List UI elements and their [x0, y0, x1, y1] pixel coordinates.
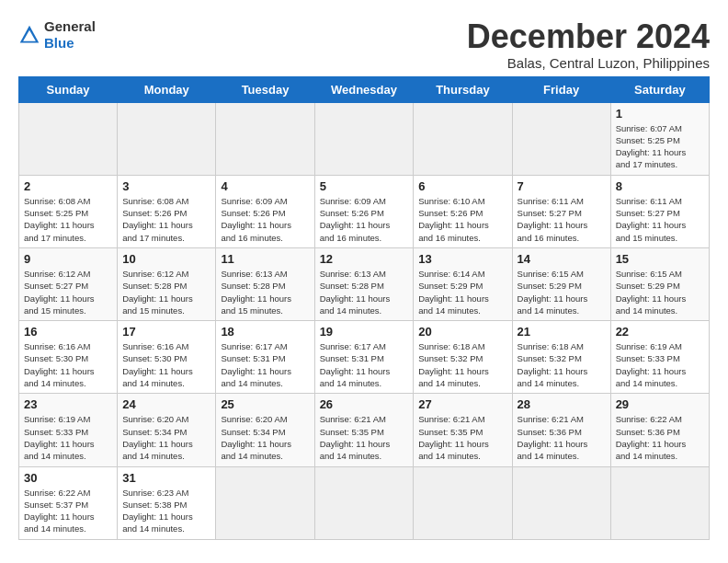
day-detail: Sunrise: 6:13 AM Sunset: 5:28 PM Dayligh… [221, 268, 309, 316]
day-detail: Sunrise: 6:12 AM Sunset: 5:28 PM Dayligh… [122, 268, 210, 316]
calendar-cell: 26Sunrise: 6:21 AM Sunset: 5:35 PM Dayli… [314, 394, 414, 466]
calendar-cell [512, 102, 610, 175]
day-detail: Sunrise: 6:19 AM Sunset: 5:33 PM Dayligh… [616, 340, 704, 389]
day-number: 11 [221, 252, 309, 266]
logo: General Blue [18, 18, 96, 52]
calendar-cell: 12Sunrise: 6:13 AM Sunset: 5:28 PM Dayli… [314, 247, 414, 320]
day-number: 9 [24, 252, 112, 266]
day-detail: Sunrise: 6:20 AM Sunset: 5:34 PM Dayligh… [122, 413, 210, 462]
day-number: 23 [24, 397, 112, 411]
calendar-cell [19, 102, 118, 175]
calendar-cell: 23Sunrise: 6:19 AM Sunset: 5:33 PM Dayli… [19, 394, 118, 466]
day-number: 20 [418, 325, 506, 339]
calendar-cell: 18Sunrise: 6:17 AM Sunset: 5:31 PM Dayli… [216, 321, 314, 394]
calendar-cell [314, 102, 414, 175]
column-header-sunday: Sunday [19, 76, 118, 102]
calendar-cell: 29Sunrise: 6:22 AM Sunset: 5:36 PM Dayli… [610, 394, 709, 466]
calendar-cell: 28Sunrise: 6:21 AM Sunset: 5:36 PM Dayli… [512, 394, 610, 466]
day-detail: Sunrise: 6:07 AM Sunset: 5:25 PM Dayligh… [616, 122, 704, 171]
column-header-thursday: Thursday [414, 76, 512, 102]
day-number: 4 [221, 179, 309, 193]
calendar-cell: 13Sunrise: 6:14 AM Sunset: 5:29 PM Dayli… [414, 247, 512, 320]
day-detail: Sunrise: 6:21 AM Sunset: 5:35 PM Dayligh… [418, 413, 506, 462]
day-detail: Sunrise: 6:09 AM Sunset: 5:26 PM Dayligh… [320, 195, 409, 244]
day-number: 27 [418, 397, 506, 411]
day-number: 13 [418, 252, 506, 266]
day-detail: Sunrise: 6:12 AM Sunset: 5:27 PM Dayligh… [24, 268, 112, 316]
calendar-cell [512, 466, 610, 539]
month-title: December 2024 [467, 18, 710, 55]
calendar-cell: 21Sunrise: 6:18 AM Sunset: 5:32 PM Dayli… [512, 321, 610, 394]
day-detail: Sunrise: 6:08 AM Sunset: 5:25 PM Dayligh… [24, 195, 112, 244]
calendar-cell: 7Sunrise: 6:11 AM Sunset: 5:27 PM Daylig… [512, 175, 610, 247]
logo-text-general: General [44, 18, 96, 34]
logo-icon [18, 24, 40, 46]
day-number: 10 [122, 252, 210, 266]
day-number: 19 [320, 325, 409, 339]
day-detail: Sunrise: 6:08 AM Sunset: 5:26 PM Dayligh… [122, 195, 210, 244]
calendar-cell: 9Sunrise: 6:12 AM Sunset: 5:27 PM Daylig… [19, 247, 118, 320]
day-detail: Sunrise: 6:18 AM Sunset: 5:32 PM Dayligh… [518, 340, 606, 389]
day-detail: Sunrise: 6:15 AM Sunset: 5:29 PM Dayligh… [518, 268, 606, 316]
day-detail: Sunrise: 6:19 AM Sunset: 5:33 PM Dayligh… [24, 413, 112, 462]
day-detail: Sunrise: 6:13 AM Sunset: 5:28 PM Dayligh… [320, 268, 409, 316]
day-detail: Sunrise: 6:11 AM Sunset: 5:27 PM Dayligh… [616, 195, 704, 244]
calendar-cell: 10Sunrise: 6:12 AM Sunset: 5:28 PM Dayli… [118, 247, 216, 320]
calendar-cell: 2Sunrise: 6:08 AM Sunset: 5:25 PM Daylig… [19, 175, 118, 247]
day-number: 5 [320, 179, 409, 193]
location-title: Balas, Central Luzon, Philippines [467, 55, 710, 71]
calendar-week-3: 9Sunrise: 6:12 AM Sunset: 5:27 PM Daylig… [19, 247, 710, 320]
day-number: 1 [616, 107, 704, 121]
day-detail: Sunrise: 6:20 AM Sunset: 5:34 PM Dayligh… [221, 413, 309, 462]
day-detail: Sunrise: 6:16 AM Sunset: 5:30 PM Dayligh… [122, 340, 210, 389]
day-number: 24 [122, 397, 210, 411]
calendar-cell [314, 466, 414, 539]
column-header-wednesday: Wednesday [314, 76, 414, 102]
calendar-cell: 24Sunrise: 6:20 AM Sunset: 5:34 PM Dayli… [118, 394, 216, 466]
day-detail: Sunrise: 6:22 AM Sunset: 5:37 PM Dayligh… [24, 487, 112, 535]
day-detail: Sunrise: 6:23 AM Sunset: 5:38 PM Dayligh… [122, 487, 210, 535]
calendar-cell: 8Sunrise: 6:11 AM Sunset: 5:27 PM Daylig… [610, 175, 709, 247]
calendar-week-6: 30Sunrise: 6:22 AM Sunset: 5:37 PM Dayli… [19, 466, 710, 539]
calendar-cell: 19Sunrise: 6:17 AM Sunset: 5:31 PM Dayli… [314, 321, 414, 394]
day-number: 28 [518, 397, 606, 411]
calendar-table: SundayMondayTuesdayWednesdayThursdayFrid… [18, 76, 710, 540]
calendar-cell: 1Sunrise: 6:07 AM Sunset: 5:25 PM Daylig… [610, 102, 709, 175]
day-number: 25 [221, 397, 309, 411]
day-detail: Sunrise: 6:21 AM Sunset: 5:35 PM Dayligh… [320, 413, 409, 462]
day-detail: Sunrise: 6:10 AM Sunset: 5:26 PM Dayligh… [418, 195, 506, 244]
day-detail: Sunrise: 6:16 AM Sunset: 5:30 PM Dayligh… [24, 340, 112, 389]
day-number: 21 [518, 325, 606, 339]
calendar-header-row: SundayMondayTuesdayWednesdayThursdayFrid… [19, 76, 710, 102]
title-block: December 2024 Balas, Central Luzon, Phil… [467, 18, 710, 71]
calendar-cell: 27Sunrise: 6:21 AM Sunset: 5:35 PM Dayli… [414, 394, 512, 466]
day-number: 29 [616, 397, 704, 411]
day-detail: Sunrise: 6:21 AM Sunset: 5:36 PM Dayligh… [518, 413, 606, 462]
logo-text-blue: Blue [44, 35, 74, 51]
calendar-cell: 14Sunrise: 6:15 AM Sunset: 5:29 PM Dayli… [512, 247, 610, 320]
calendar-cell: 5Sunrise: 6:09 AM Sunset: 5:26 PM Daylig… [314, 175, 414, 247]
day-number: 14 [518, 252, 606, 266]
day-number: 30 [24, 471, 112, 485]
calendar-cell: 16Sunrise: 6:16 AM Sunset: 5:30 PM Dayli… [19, 321, 118, 394]
day-number: 18 [221, 325, 309, 339]
day-detail: Sunrise: 6:18 AM Sunset: 5:32 PM Dayligh… [418, 340, 506, 389]
column-header-saturday: Saturday [610, 76, 709, 102]
calendar-cell: 3Sunrise: 6:08 AM Sunset: 5:26 PM Daylig… [118, 175, 216, 247]
calendar-cell: 20Sunrise: 6:18 AM Sunset: 5:32 PM Dayli… [414, 321, 512, 394]
calendar-cell: 31Sunrise: 6:23 AM Sunset: 5:38 PM Dayli… [118, 466, 216, 539]
calendar-week-4: 16Sunrise: 6:16 AM Sunset: 5:30 PM Dayli… [19, 321, 710, 394]
day-detail: Sunrise: 6:22 AM Sunset: 5:36 PM Dayligh… [616, 413, 704, 462]
day-detail: Sunrise: 6:11 AM Sunset: 5:27 PM Dayligh… [518, 195, 606, 244]
day-number: 7 [518, 179, 606, 193]
day-number: 8 [616, 179, 704, 193]
page-header: General Blue December 2024 Balas, Centra… [18, 18, 710, 71]
column-header-friday: Friday [512, 76, 610, 102]
calendar-week-5: 23Sunrise: 6:19 AM Sunset: 5:33 PM Dayli… [19, 394, 710, 466]
calendar-cell: 15Sunrise: 6:15 AM Sunset: 5:29 PM Dayli… [610, 247, 709, 320]
calendar-week-1: 1Sunrise: 6:07 AM Sunset: 5:25 PM Daylig… [19, 102, 710, 175]
calendar-cell [118, 102, 216, 175]
calendar-cell: 30Sunrise: 6:22 AM Sunset: 5:37 PM Dayli… [19, 466, 118, 539]
day-detail: Sunrise: 6:15 AM Sunset: 5:29 PM Dayligh… [616, 268, 704, 316]
day-number: 17 [122, 325, 210, 339]
